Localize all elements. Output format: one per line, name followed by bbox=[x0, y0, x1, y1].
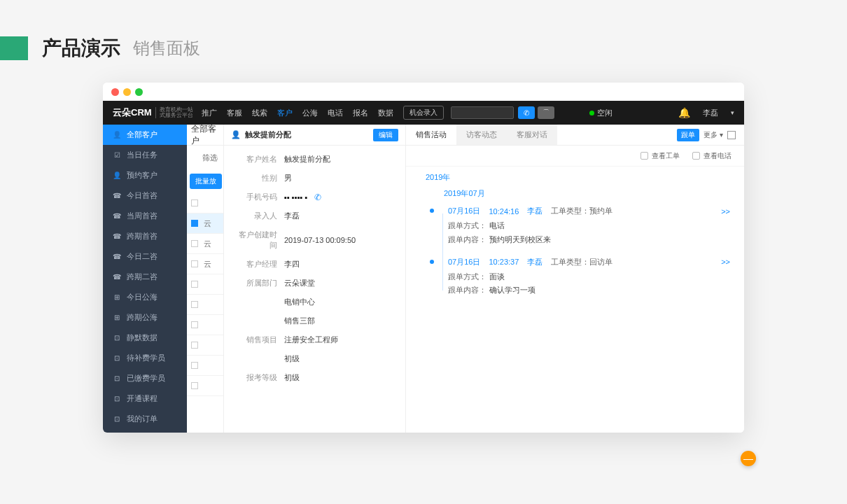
nav-item[interactable]: 客户 bbox=[277, 108, 293, 118]
bell-icon[interactable]: 🔔 bbox=[678, 107, 690, 118]
sidebar-item[interactable]: ⊞跨期公海 bbox=[103, 307, 187, 328]
year-label: 2019年 bbox=[420, 172, 730, 183]
checkbox-icon[interactable] bbox=[191, 321, 198, 328]
sidebar-item[interactable]: ☎当周首咨 bbox=[103, 206, 187, 226]
bulk-release-button[interactable]: 批量放 bbox=[190, 174, 222, 189]
checkbox-icon[interactable] bbox=[191, 220, 198, 227]
expand-button[interactable]: >> bbox=[721, 258, 730, 266]
table-row[interactable]: 云 bbox=[187, 234, 223, 254]
checkbox-icon[interactable] bbox=[191, 240, 198, 247]
sidebar-item[interactable]: ☑当日任务 bbox=[103, 145, 187, 165]
sidebar-item-label: 当日任务 bbox=[127, 150, 158, 160]
status-dot-icon bbox=[589, 111, 594, 115]
table-row[interactable]: 云 bbox=[187, 214, 223, 234]
filter-view-ticket[interactable]: 查看工单 bbox=[640, 151, 680, 161]
filter-view-call[interactable]: 查看电话 bbox=[692, 151, 732, 161]
table-rows: 云云云 bbox=[187, 193, 223, 396]
detail-value: 电销中心 bbox=[284, 297, 315, 307]
followup-button[interactable]: 跟单 bbox=[677, 129, 699, 141]
detail-row: 性别男 bbox=[234, 169, 396, 188]
activity-tab[interactable]: 访客动态 bbox=[456, 125, 507, 145]
sidebar-item[interactable]: ⊡我的订单 bbox=[103, 409, 187, 429]
activity-tab[interactable]: 客服对话 bbox=[507, 125, 557, 145]
nav-item[interactable]: 报名 bbox=[353, 108, 368, 118]
timeline-type: 工单类型：预约单 bbox=[551, 206, 612, 216]
table-row[interactable] bbox=[187, 335, 223, 356]
detail-value: 男 bbox=[284, 173, 292, 183]
sidebar-item-label: 预约客户 bbox=[127, 170, 158, 181]
user-name[interactable]: 李磊 bbox=[703, 108, 718, 118]
timeline-body-row: 跟单方式：面谈 bbox=[448, 270, 730, 284]
sidebar-item[interactable]: ⊡已缴费学员 bbox=[103, 368, 187, 388]
nav-item[interactable]: 电话 bbox=[328, 108, 343, 118]
logo: 云朵CRM 教育机构一站 式服务云平台 bbox=[113, 106, 193, 119]
table-row[interactable]: 云 bbox=[187, 254, 223, 274]
sidebar-item[interactable]: ☎今日二咨 bbox=[103, 246, 187, 267]
edit-button[interactable]: 编辑 bbox=[373, 129, 398, 141]
search-input[interactable] bbox=[451, 106, 514, 119]
nav-item[interactable]: 推广 bbox=[202, 108, 217, 118]
detail-label: 手机号码 bbox=[234, 192, 284, 202]
table-row[interactable] bbox=[187, 315, 223, 335]
hangup-icon[interactable]: ⌒ bbox=[538, 106, 554, 119]
table-row[interactable] bbox=[187, 193, 223, 214]
nav-item[interactable]: 公海 bbox=[302, 108, 318, 118]
sidebar-item-label: 跨期首咨 bbox=[127, 231, 158, 241]
checkbox-icon[interactable] bbox=[191, 260, 198, 267]
minimize-icon[interactable] bbox=[123, 88, 131, 96]
checkbox-icon[interactable] bbox=[191, 301, 198, 308]
timeline-time: 10:23:37 bbox=[489, 258, 519, 266]
nav-item[interactable]: 数据 bbox=[378, 108, 393, 118]
chevron-down-icon[interactable]: ▾ bbox=[731, 109, 734, 116]
call-icon[interactable]: ✆ bbox=[518, 106, 535, 119]
timeline-date: 07月16日 bbox=[448, 206, 480, 216]
timeline-header: 07月16日10:23:37李磊工单类型：回访单>> bbox=[448, 257, 730, 267]
status[interactable]: 空闲 bbox=[589, 108, 612, 118]
table-row[interactable] bbox=[187, 356, 223, 376]
checkbox-icon[interactable] bbox=[191, 382, 198, 389]
sidebar-item[interactable]: ⊞今日公海 bbox=[103, 287, 187, 307]
maximize-icon[interactable] bbox=[135, 88, 143, 96]
detail-row: 客户姓名触发提前分配 bbox=[234, 150, 396, 169]
table-row[interactable] bbox=[187, 295, 223, 315]
layout-icon[interactable] bbox=[727, 131, 736, 139]
phone-icon[interactable]: ✆ bbox=[314, 192, 321, 202]
timeline: 2019年 2019年07月 07月16日10:24:16李磊工单类型：预约单>… bbox=[406, 167, 744, 313]
more-button[interactable]: 更多 ▾ bbox=[704, 130, 723, 140]
detail-value: 触发提前分配 bbox=[284, 154, 330, 164]
sidebar-item[interactable]: ☎跨期二咨 bbox=[103, 267, 187, 287]
sidebar-icon: ⊞ bbox=[113, 293, 121, 301]
detail-row: 销售项目注册安全工程师 bbox=[234, 330, 396, 349]
checkbox-icon[interactable] bbox=[191, 362, 198, 369]
sidebar-item[interactable]: ⊡待补费学员 bbox=[103, 348, 187, 368]
sidebar-item[interactable]: ☎跨期首咨 bbox=[103, 226, 187, 246]
person-icon: 👤 bbox=[231, 130, 241, 139]
activity-tools: 跟单更多 ▾ bbox=[677, 125, 744, 145]
expand-button[interactable]: >> bbox=[721, 207, 730, 216]
nav-item[interactable]: 客服 bbox=[227, 108, 242, 118]
table-row[interactable] bbox=[187, 274, 223, 295]
checkbox-icon[interactable] bbox=[191, 200, 198, 206]
topbar-right: 🔔 李磊 ▾ bbox=[678, 107, 734, 118]
detail-header: 👤 触发提前分配 编辑 bbox=[224, 125, 405, 146]
sidebar-item[interactable]: ☎今日首咨 bbox=[103, 186, 187, 206]
table-row[interactable] bbox=[187, 376, 223, 396]
fab-button[interactable]: — bbox=[741, 451, 756, 466]
close-icon[interactable] bbox=[111, 88, 119, 96]
timeline-date: 07月16日 bbox=[448, 257, 480, 267]
timeline-header: 07月16日10:24:16李磊工单类型：预约单>> bbox=[448, 206, 730, 216]
detail-value: 李四 bbox=[284, 259, 300, 270]
opportunity-button[interactable]: 机会录入 bbox=[403, 106, 444, 120]
checkbox-icon[interactable] bbox=[191, 281, 198, 288]
timeline-person: 李磊 bbox=[527, 206, 542, 216]
detail-title: 触发提前分配 bbox=[245, 130, 291, 140]
sidebar-item[interactable]: 👤全部客户 bbox=[103, 125, 187, 145]
detail-row: 所属部门云朵课堂 bbox=[234, 274, 396, 293]
activity-tab[interactable]: 销售活动 bbox=[406, 125, 456, 145]
filter-row[interactable]: 筛选 bbox=[187, 146, 223, 169]
sidebar-item[interactable]: 👤预约客户 bbox=[103, 165, 187, 186]
nav-item[interactable]: 线索 bbox=[252, 108, 267, 118]
sidebar-item[interactable]: ⊡静默数据 bbox=[103, 328, 187, 348]
sidebar-item[interactable]: ⊡开通课程 bbox=[103, 388, 187, 409]
checkbox-icon[interactable] bbox=[191, 342, 198, 349]
